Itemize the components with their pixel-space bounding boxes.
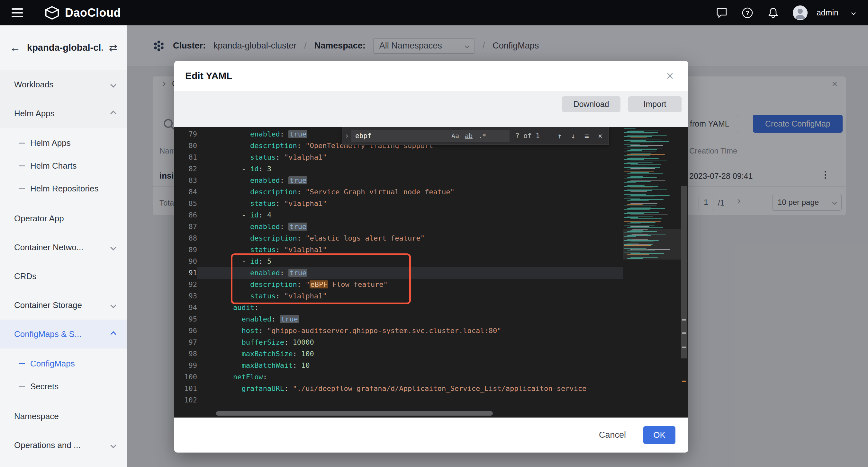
sidebar-item-operations-and[interactable]: Operations and ... — [0, 431, 127, 460]
line-number: 96 — [174, 325, 197, 337]
chevron-down-icon — [110, 442, 116, 448]
line-number: 102 — [174, 394, 197, 406]
line-number: 79 — [174, 129, 197, 140]
chevron-down-icon — [110, 244, 116, 250]
sidebar-item-label: Operator App — [14, 213, 116, 224]
hamburger-menu-icon[interactable] — [11, 8, 23, 17]
username[interactable]: admin — [816, 8, 838, 18]
line-number: 101 — [174, 383, 197, 394]
sidebar-item-helm-apps[interactable]: Helm Apps — [0, 99, 127, 128]
switch-cluster-icon[interactable]: ⇄ — [109, 42, 117, 54]
edit-yaml-modal: Edit YAML × Download Import 79 enabled: … — [174, 61, 688, 453]
line-number: 92 — [174, 279, 197, 290]
line-number: 82 — [174, 163, 197, 175]
line-number: 94 — [174, 302, 197, 313]
find-input[interactable] — [355, 132, 448, 140]
cancel-button[interactable]: Cancel — [599, 430, 626, 440]
code-line-94[interactable]: 94 audit: — [174, 302, 623, 313]
sidebar-item-label: Container Storage — [14, 300, 107, 310]
code-line-95[interactable]: 95 enabled: true — [174, 313, 623, 325]
minimap-slider[interactable] — [623, 229, 681, 260]
minimap[interactable] — [623, 127, 681, 418]
sidebar-item-label: ConfigMaps & S... — [14, 329, 107, 339]
sidebar-item-container-netwo[interactable]: Container Netwo... — [0, 233, 127, 262]
find-widget: › Aa ab .* ? of 1 ↑ ↓ ≡ × — [342, 127, 609, 145]
code-line-90[interactable]: 90 - id: 5 — [174, 256, 623, 267]
whole-word-icon[interactable]: ab — [462, 132, 475, 140]
code-line-87[interactable]: 87 enabled: true — [174, 221, 623, 233]
sidebar-item-operator-app[interactable]: Operator App — [0, 204, 127, 233]
svg-text:?: ? — [745, 10, 749, 16]
sidebar: ← kpanda-global-cl... ⇄ WorkloadsHelm Ap… — [0, 25, 127, 467]
sidebar-item-label: Helm Apps — [30, 138, 116, 148]
code-line-97[interactable]: 97 bufferSize: 10000 — [174, 337, 623, 348]
code-line-93[interactable]: 93 status: "v1alpha1" — [174, 290, 623, 302]
code-line-91[interactable]: 91 enabled: true — [174, 267, 623, 279]
sidebar-item-namespace[interactable]: Namespace — [0, 402, 127, 431]
match-case-icon[interactable]: Aa — [448, 132, 462, 140]
code-line-102[interactable]: 102 — [174, 394, 623, 406]
previous-match-icon[interactable]: ↑ — [554, 130, 565, 142]
sidebar-item-helm-apps[interactable]: Helm Apps — [0, 132, 127, 155]
import-button[interactable]: Import — [628, 96, 682, 112]
code-line-81[interactable]: 81 status: "v1alpha1" — [174, 152, 623, 163]
code-line-86[interactable]: 86 - id: 4 — [174, 209, 623, 221]
horizontal-scrollbar[interactable] — [216, 411, 493, 415]
line-number: 88 — [174, 233, 197, 244]
sidebar-item-helm-charts[interactable]: Helm Charts — [0, 155, 127, 177]
code-line-88[interactable]: 88 description: "elastic logs alert feat… — [174, 233, 623, 244]
code-line-96[interactable]: 96 host: "ghippo-auditserver.ghippo-syst… — [174, 325, 623, 337]
next-match-icon[interactable]: ↓ — [567, 130, 579, 142]
find-in-selection-icon[interactable]: ≡ — [581, 130, 592, 142]
code-line-101[interactable]: 101 grafanaURL: "./ui/deepflow-grafana/d… — [174, 383, 623, 394]
chevron-up-icon — [110, 110, 116, 116]
sidebar-item-label: ConfigMaps — [30, 359, 116, 369]
brand-name: DaoCloud — [65, 6, 121, 20]
code-line-85[interactable]: 85 status: "v1alpha1" — [174, 198, 623, 209]
sidebar-item-secrets[interactable]: Secrets — [0, 375, 127, 398]
chevron-down-icon[interactable] — [851, 10, 856, 15]
code-line-82[interactable]: 82 - id: 3 — [174, 163, 623, 175]
line-number: 95 — [174, 313, 197, 325]
sidebar-item-label: Container Netwo... — [14, 242, 107, 253]
code-line-98[interactable]: 98 maxBatchSize: 100 — [174, 348, 623, 360]
chat-icon[interactable] — [716, 7, 728, 19]
code-line-100[interactable]: 100 netFlow: — [174, 371, 623, 383]
toggle-replace-icon[interactable]: › — [342, 127, 351, 144]
brand: DaoCloud — [44, 6, 121, 20]
sidebar-item-workloads[interactable]: Workloads — [0, 70, 127, 99]
line-number: 97 — [174, 337, 197, 348]
dash-icon — [19, 165, 25, 166]
dash-icon — [19, 386, 25, 387]
avatar[interactable] — [793, 5, 808, 20]
bell-icon[interactable] — [767, 7, 779, 19]
sidebar-item-label: Helm Repositories — [30, 184, 116, 194]
sidebar-item-container-storage[interactable]: Container Storage — [0, 291, 127, 320]
sidebar-item-configmaps-s[interactable]: ConfigMaps & S... — [0, 320, 127, 348]
code-line-83[interactable]: 83 enabled: true — [174, 175, 623, 186]
chevron-down-icon — [110, 81, 116, 87]
code-line-99[interactable]: 99 maxBatchWait: 10 — [174, 360, 623, 371]
line-number: 99 — [174, 360, 197, 371]
sidebar-item-helm-repositories[interactable]: Helm Repositories — [0, 177, 127, 200]
line-number: 100 — [174, 371, 197, 383]
ok-button[interactable]: OK — [643, 426, 676, 444]
yaml-editor[interactable]: 79 enabled: true80 description: "OpenTel… — [174, 127, 688, 418]
back-arrow-icon[interactable]: ← — [10, 41, 21, 54]
sidebar-item-label: Helm Apps — [14, 108, 107, 119]
sidebar-item-crds[interactable]: CRDs — [0, 262, 127, 291]
code-line-84[interactable]: 84 description: "Service Graph virtual n… — [174, 186, 623, 198]
line-number: 90 — [174, 256, 197, 267]
chevron-down-icon — [110, 302, 116, 308]
download-button[interactable]: Download — [562, 96, 620, 112]
code-line-89[interactable]: 89 status: "v1alpha1" — [174, 244, 623, 256]
close-find-icon[interactable]: × — [594, 130, 606, 142]
topbar: DaoCloud ? admin — [0, 0, 868, 25]
cluster-name: kpanda-global-cl... — [27, 42, 102, 53]
close-modal-icon[interactable]: × — [662, 69, 677, 83]
regex-icon[interactable]: .* — [475, 132, 489, 140]
line-number: 98 — [174, 348, 197, 360]
sidebar-item-configmaps[interactable]: ConfigMaps — [0, 352, 127, 375]
help-icon[interactable]: ? — [741, 7, 753, 19]
code-line-92[interactable]: 92 description: "eBPF Flow feature" — [174, 279, 623, 290]
